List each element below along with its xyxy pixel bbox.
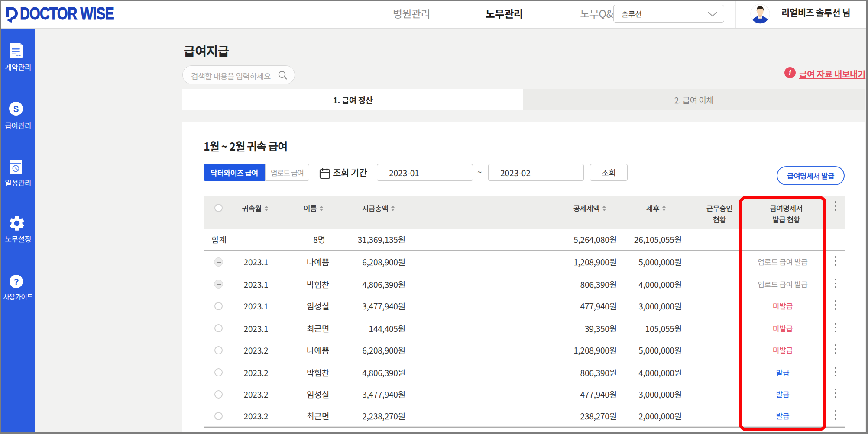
svg-text:?: ? <box>13 277 19 286</box>
svg-text:$: $ <box>13 104 19 114</box>
